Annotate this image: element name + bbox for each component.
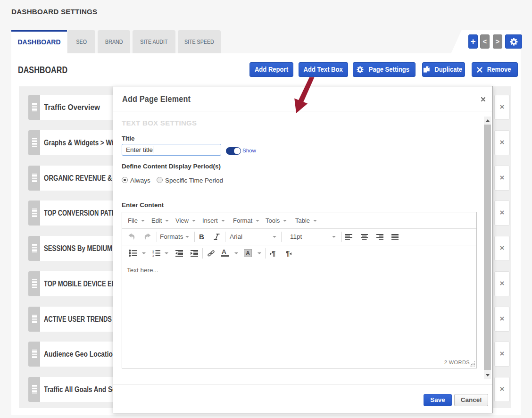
svg-text:3: 3 bbox=[152, 254, 154, 257]
